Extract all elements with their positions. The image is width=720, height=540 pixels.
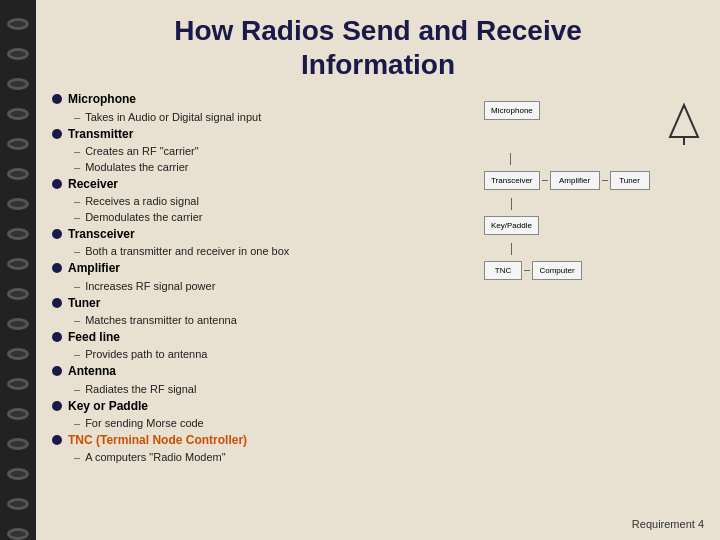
list-item-key: Key or Paddle [52, 398, 474, 415]
sub-item: – Demodulates the carrier [74, 210, 474, 226]
content-area: Microphone – Takes in Audio or Digital s… [52, 91, 704, 530]
sub-item: – Receives a radio signal [74, 194, 474, 210]
bullet-dot [52, 435, 62, 445]
diagram-box-microphone: Microphone [484, 101, 540, 120]
sub-item: – Modulates the carrier [74, 160, 474, 176]
list-item-transmitter: Transmitter [52, 126, 474, 143]
bullet-label-tuner: Tuner [68, 295, 100, 312]
bullet-label-microphone: Microphone [68, 91, 136, 108]
bullet-label-transceiver: Transceiver [68, 226, 135, 243]
bullet-dot [52, 179, 62, 189]
spiral-ring [7, 348, 29, 360]
list-item-microphone: Microphone [52, 91, 474, 108]
diagram-box-transceiver: Transceiver [484, 171, 540, 190]
spiral-ring [7, 468, 29, 480]
diagram-box-tnc: TNC [484, 261, 522, 280]
list-item-amplifier: Amplifier [52, 260, 474, 277]
list-item-tnc: TNC (Terminal Node Controller) [52, 432, 474, 449]
bullet-label-receiver: Receiver [68, 176, 118, 193]
bullet-dot [52, 263, 62, 273]
sub-item: – Takes in Audio or Digital signal input [74, 110, 474, 126]
diagram-box-key-paddle: Key/Paddle [484, 216, 539, 235]
bullet-label-amplifier: Amplifier [68, 260, 120, 277]
bullet-dot [52, 129, 62, 139]
spiral-ring [7, 408, 29, 420]
spiral-ring [7, 168, 29, 180]
spiral-ring [7, 198, 29, 210]
bullet-dot [52, 229, 62, 239]
sub-item: – Matches transmitter to antenna [74, 313, 474, 329]
bullet-label-key: Key or Paddle [68, 398, 148, 415]
bullet-dot [52, 298, 62, 308]
antenna-icon [664, 101, 704, 145]
spiral-ring [7, 258, 29, 270]
sub-item: – Increases RF signal power [74, 279, 474, 295]
spiral-ring [7, 228, 29, 240]
list-item-feedline: Feed line [52, 329, 474, 346]
spiral-ring [7, 78, 29, 90]
bullet-label-tnc: TNC (Terminal Node Controller) [68, 432, 247, 449]
diagram-box-computer: Computer [532, 261, 582, 280]
sub-item: – Creates an RF "carrier" [74, 144, 474, 160]
spiral-ring [7, 378, 29, 390]
spiral-ring [7, 288, 29, 300]
bullet-dot [52, 401, 62, 411]
spiral-ring [7, 108, 29, 120]
sub-item: – Both a transmitter and receiver in one… [74, 244, 474, 260]
spiral-ring [7, 138, 29, 150]
spiral-ring [7, 318, 29, 330]
list-item-tuner: Tuner [52, 295, 474, 312]
page-title: How Radios Send and Receive Information [52, 14, 704, 81]
sub-item: – For sending Morse code [74, 416, 474, 432]
spiral-ring [7, 48, 29, 60]
bullet-label-transmitter: Transmitter [68, 126, 133, 143]
list-item-antenna: Antenna [52, 363, 474, 380]
bullet-dot [52, 94, 62, 104]
spiral-binding [0, 0, 36, 540]
spiral-ring [7, 438, 29, 450]
spiral-ring [7, 18, 29, 30]
diagram-area: Microphone Transceiver [484, 91, 704, 530]
sub-item: – Provides path to antenna [74, 347, 474, 363]
list-item-receiver: Receiver [52, 176, 474, 193]
diagram-box-amplifier: Amplifier [550, 171, 600, 190]
spiral-ring [7, 498, 29, 510]
sub-item: – Radiates the RF signal [74, 382, 474, 398]
bullet-dot [52, 332, 62, 342]
bullet-dot [52, 366, 62, 376]
sub-item: – A computers "Radio Modem" [74, 450, 474, 466]
bullet-label-antenna: Antenna [68, 363, 116, 380]
bullet-label-feedline: Feed line [68, 329, 120, 346]
main-content: How Radios Send and Receive Information … [36, 0, 720, 540]
requirement-label: Requirement 4 [484, 518, 704, 530]
list-item-transceiver: Transceiver [52, 226, 474, 243]
spiral-ring [7, 528, 29, 540]
bullet-list: Microphone – Takes in Audio or Digital s… [52, 91, 474, 530]
diagram-box-tuner: Tuner [610, 171, 650, 190]
svg-marker-0 [670, 105, 698, 137]
